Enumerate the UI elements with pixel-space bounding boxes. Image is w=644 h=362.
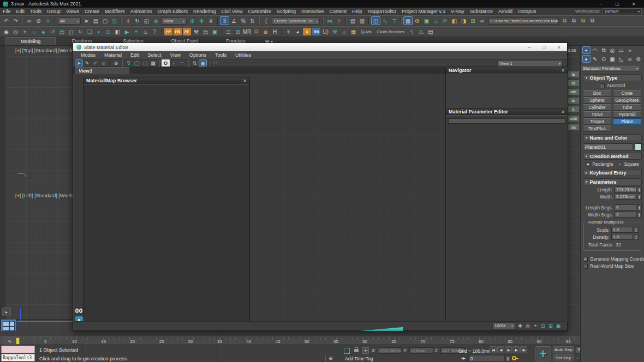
- partial-button-er[interactable]: er: [568, 80, 580, 87]
- sme-minimize-icon[interactable]: –: [528, 45, 530, 50]
- radio-option-square[interactable]: Square: [617, 161, 639, 167]
- workspaces-dropdown[interactable]: Default ▾: [603, 8, 642, 14]
- building-icon[interactable]: ▦: [349, 27, 358, 36]
- tab-utilities-overflow[interactable]: »: [626, 46, 634, 54]
- sme-assign-to-selection-icon[interactable]: ⊙: [99, 59, 108, 67]
- cat-lights[interactable]: ⊙: [600, 55, 608, 63]
- spinner[interactable]: [637, 212, 642, 218]
- object-name-field[interactable]: Plane001: [583, 143, 633, 150]
- spinner[interactable]: [637, 186, 642, 192]
- forest-tools-icon[interactable]: FB: [174, 28, 182, 35]
- palette-icon[interactable]: ◐: [94, 27, 104, 36]
- container-merge-icon[interactable]: ⧉: [588, 16, 597, 25]
- wrench-icon[interactable]: ⚒: [192, 27, 201, 36]
- hammer-icon[interactable]: ⚒: [330, 27, 339, 36]
- set-key-button[interactable]: Set Key: [553, 354, 574, 361]
- previous-frame-icon[interactable]: ◀|: [497, 346, 504, 353]
- panel-close-icon[interactable]: ✕: [561, 68, 565, 73]
- sme-zoom-extents-selected-icon[interactable]: ⊞: [547, 322, 554, 329]
- sme-pan-icon[interactable]: ✥: [516, 322, 524, 329]
- checkbox-real-world-map-size[interactable]: [583, 264, 588, 269]
- schematic-view-icon[interactable]: ⊤: [390, 16, 399, 25]
- object-type-teapot[interactable]: Teapot: [583, 118, 611, 125]
- sme-pick-material-icon[interactable]: ✎: [83, 59, 91, 67]
- redo-icon[interactable]: ↷: [11, 16, 20, 25]
- sme-menu-view[interactable]: View: [166, 52, 185, 58]
- menu-civil-view[interactable]: Civil View: [219, 9, 246, 14]
- sme-zoom-region-icon[interactable]: ⌖: [532, 322, 539, 329]
- green-frame-icon[interactable]: ▣: [210, 27, 219, 36]
- teapot-icon[interactable]: ♨: [141, 27, 150, 36]
- container-save-icon[interactable]: ⧉: [560, 16, 569, 25]
- reference-coordinate-system-dropdown[interactable]: View▾: [162, 17, 187, 25]
- set-key-icon[interactable]: [512, 356, 516, 360]
- mini-curve-editor-button[interactable]: ∿: [3, 337, 17, 345]
- object-type-pyramid[interactable]: Pyramid: [613, 111, 641, 118]
- sme-hide-unused-slots-icon[interactable]: ◯: [133, 59, 141, 67]
- select-and-place-icon[interactable]: ⊚: [151, 16, 160, 25]
- tab-hierarchy[interactable]: ⧉: [600, 46, 608, 54]
- render-setup-icon[interactable]: ⚙: [413, 16, 422, 25]
- track-bar[interactable]: [0, 331, 644, 336]
- coord-value-x[interactable]: -792,862mm: [378, 347, 402, 354]
- light-icon[interactable]: ☀: [20, 27, 29, 36]
- layer-explorer-icon[interactable]: ▥: [357, 16, 367, 25]
- rollout-parameters[interactable]: ▾ Parameters: [583, 178, 642, 185]
- unlink-selection-icon[interactable]: ⊘: [34, 16, 43, 25]
- object-type-torus[interactable]: Torus: [583, 111, 611, 118]
- rollout-keyboard-entry[interactable]: ▸ Keyboard Entry: [583, 169, 642, 176]
- sun-positioner-icon[interactable]: ☼: [29, 27, 39, 36]
- menu-edit[interactable]: Edit: [14, 9, 28, 14]
- cat-space-warps[interactable]: ≋: [626, 55, 634, 63]
- current-frame-field[interactable]: 0: [468, 355, 504, 362]
- tab-create[interactable]: +: [582, 46, 591, 54]
- partial-button-ts[interactable]: ts: [568, 97, 580, 104]
- frame-nudge-icon[interactable]: ◀▶: [461, 356, 465, 360]
- frame-spinner[interactable]: [505, 355, 510, 361]
- checkbox-generate-mapping-coords[interactable]: ✓: [583, 257, 588, 262]
- radio-rectangle[interactable]: [586, 162, 591, 167]
- add-time-tag[interactable]: Add Time Tag: [345, 356, 373, 361]
- project-folder-field[interactable]: C:\Users\Estet\Documents\3ds Max 2021▾: [488, 17, 559, 25]
- forest-pack-icon[interactable]: FP: [164, 28, 172, 35]
- auto-key-button[interactable]: Auto Key: [553, 346, 574, 353]
- partial-button-le[interactable]: le: [568, 71, 580, 78]
- recycle-icon[interactable]: ♺: [416, 27, 426, 36]
- tab-modify[interactable]: ◠: [591, 46, 599, 54]
- curve-editor-icon[interactable]: ∿: [380, 16, 390, 25]
- container-open-icon[interactable]: ⧉: [569, 16, 579, 25]
- spinner[interactable]: [637, 194, 642, 200]
- sme-pan-tool-icon[interactable]: ◠: [211, 59, 219, 67]
- target-icon[interactable]: ⌖: [132, 27, 141, 36]
- sme-layout-grid-icon[interactable]: ∷: [178, 59, 186, 67]
- select-object-icon[interactable]: ➤: [82, 16, 91, 25]
- menu-rappatools3[interactable]: RappaTools3: [365, 9, 399, 14]
- coord-value-y[interactable]: -0,0mm: [409, 347, 433, 354]
- fan-icon[interactable]: ✳: [284, 27, 293, 36]
- spinner[interactable]: [637, 204, 642, 210]
- go-to-end-icon[interactable]: ▶|: [520, 346, 527, 353]
- menu-arnold[interactable]: Arnold: [496, 9, 515, 14]
- param-value-length[interactable]: 779,734mm: [615, 186, 636, 192]
- time-slider-handle[interactable]: [16, 337, 20, 345]
- sme-menu-options[interactable]: Options: [185, 52, 211, 58]
- refresh-icon[interactable]: ↺: [48, 27, 57, 36]
- maxscript-macro-recorder[interactable]: [1, 346, 35, 353]
- bind-to-space-warp-icon[interactable]: ≋: [43, 16, 52, 25]
- play-panel-icon[interactable]: ▶: [122, 27, 132, 36]
- sme-maximize-icon[interactable]: □: [542, 45, 545, 50]
- menu-content[interactable]: Content: [326, 9, 349, 14]
- partial-button-de[interactable]: de: [568, 124, 580, 131]
- sphere-icon[interactable]: ◕: [293, 27, 302, 36]
- sme-canvas[interactable]: Material/Map Browser ✕ Navigator ✕ Mater…: [74, 74, 567, 321]
- render-production-icon[interactable]: ♨: [431, 16, 440, 25]
- param-value-length-segs[interactable]: 4: [615, 204, 636, 210]
- window-crossing-icon[interactable]: ◫: [110, 16, 119, 25]
- object-type-plane[interactable]: Plane: [613, 118, 641, 125]
- sme-move-children-icon[interactable]: ⊽: [124, 59, 133, 67]
- rollout-object-type[interactable]: ▾ Object Type: [583, 74, 642, 81]
- doc-list-icon[interactable]: ▤: [426, 27, 435, 36]
- viewport-layout-button[interactable]: [1, 319, 17, 331]
- menu-group[interactable]: Group: [44, 9, 63, 14]
- material-parameter-editor-header[interactable]: Material Parameter Editor ✕: [446, 108, 568, 116]
